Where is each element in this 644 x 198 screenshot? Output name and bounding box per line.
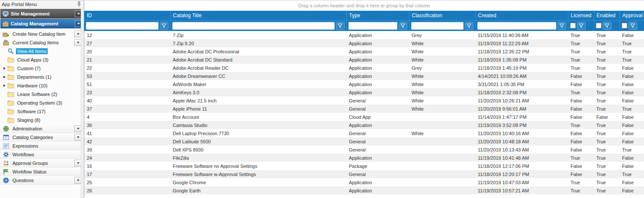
pin-icon[interactable] [76, 1, 82, 7]
cell-enabled: True [594, 162, 620, 170]
sidebar-item-lease-software-2[interactable]: Lease Software (2) [0, 90, 84, 99]
table-row[interactable]: 39Dell XPS 8930General11/20/2019 10:13:4… [84, 145, 644, 154]
filter-cell-type [346, 20, 409, 31]
filter-input-created[interactable] [477, 22, 556, 30]
filter-input-id[interactable] [86, 22, 159, 30]
filter-cell-id [84, 20, 170, 31]
column-header-id[interactable]: ID [84, 11, 170, 20]
filter-funnel-icon[interactable] [629, 22, 637, 30]
group-by-bar[interactable]: Drag a column header and drop it here to… [84, 0, 644, 11]
sidebar-item-approval-groups[interactable]: Approval Groups [0, 159, 84, 167]
cell-type: General [346, 105, 409, 113]
cell-classification: White [409, 105, 475, 113]
table-row[interactable]: 21Adobe Acrobat DC StandardApplicationWh… [84, 56, 644, 64]
sidebar-item-questions[interactable]: ?Questions [0, 176, 84, 185]
table-row[interactable]: 36Camtasia StudioApplication11/19/2019 3… [84, 121, 644, 129]
sidebar-item-label: Staging (8) [16, 117, 42, 123]
cell-created: 11/14/2019 1:47:17 PM [475, 113, 568, 121]
cell-created: 11/19/2019 10:47:03 AM [475, 178, 568, 186]
column-header-approval[interactable]: Approval [620, 11, 644, 20]
table-row[interactable]: 51AdWords MakerApplicationWhite3/31/2021… [84, 80, 644, 88]
sidebar-item-current-catalog-items[interactable]: Current Catalog Items [0, 38, 84, 47]
table-row[interactable]: 16Freeware Software no Approval Settings… [84, 162, 644, 170]
sidebar-item-staging-8[interactable]: Staging (8) [0, 116, 84, 124]
filter-funnel-icon[interactable] [603, 22, 611, 30]
table-row[interactable]: 41Dell Laptop Precision 7730GeneralWhite… [84, 129, 644, 137]
filter-funnel-icon[interactable] [577, 22, 586, 30]
cell-enabled: True [594, 121, 620, 129]
sidebar-item-hardware-10[interactable]: Hardware (10) [0, 81, 84, 90]
cell-classification: White [409, 96, 475, 105]
cell-classification: Grey [409, 31, 475, 39]
table-row[interactable]: 277-Zip 9.20ApplicationWhite11/19/2019 1… [84, 39, 644, 47]
cell-id: 27 [84, 39, 170, 47]
table-row[interactable]: 37Apple iPhone 11GeneralWhite11/20/2019 … [84, 105, 644, 113]
cell-id: 53 [84, 72, 170, 80]
filter-input-classification[interactable] [411, 22, 464, 30]
filter-input-catalog-title[interactable] [172, 22, 335, 30]
filter-checkbox-approval[interactable] [622, 23, 627, 28]
cell-classification [409, 145, 475, 154]
table-row[interactable]: 25Google ChromeApplication11/19/2019 10:… [84, 178, 644, 186]
filter-funnel-icon[interactable] [465, 22, 473, 30]
table-row[interactable]: 20Adobe Acrobat DC ProfessionalApplicati… [84, 47, 644, 56]
expand-arrow-icon[interactable] [2, 76, 7, 78]
sidebar-item-create-new-catalog-item[interactable]: Create New Catalog Item [0, 30, 84, 38]
sidebar-item-catalog-categories[interactable]: Catalog Categories [0, 133, 84, 142]
filter-funnel-icon[interactable] [558, 22, 566, 30]
cell-classification [409, 162, 475, 170]
column-header-classification[interactable]: Classification [409, 11, 475, 20]
sidebar-item-view-all-items[interactable]: View All Items [0, 47, 84, 56]
expand-arrow-icon[interactable] [2, 67, 7, 70]
cell-id: 39 [84, 145, 170, 154]
cell-catalog-title: Adobe Dreamweaver CC [170, 72, 346, 80]
column-header-licensed[interactable]: Licensed [568, 11, 594, 20]
filter-funnel-icon[interactable] [160, 22, 168, 30]
cell-licensed: True [568, 154, 594, 162]
cell-enabled: True [594, 178, 620, 186]
table-row[interactable]: 26Google EarthApplication11/19/2019 10:5… [84, 186, 644, 195]
table-row[interactable]: 22Adobe Acrobat Reader DCApplicationGrey… [84, 64, 644, 72]
filter-checkbox-enabled[interactable] [596, 23, 601, 28]
filter-funnel-icon[interactable] [399, 22, 407, 30]
sidebar-title: App Portal Menu [2, 2, 37, 7]
cell-catalog-title: Freeware Software w-Approval Settings [170, 170, 346, 178]
sidebar-item-workflows[interactable]: Workflows [0, 150, 84, 159]
filter-funnel-icon[interactable] [336, 22, 345, 30]
sidebar-item-expressions[interactable]: Expressions [0, 142, 84, 150]
sidebar-item-operating-system-3[interactable]: Operating System (3) [0, 99, 84, 107]
sidebar-item-administration[interactable]: Administration [0, 124, 84, 133]
filter-input-type[interactable] [348, 22, 397, 30]
sidebar-item-software-17[interactable]: Software (17) [0, 107, 84, 116]
section-catalog-management[interactable]: Catalog Management [0, 19, 83, 28]
table-row[interactable]: 4Box AccountCloud App11/14/2019 1:47:17 … [84, 113, 644, 121]
table-row[interactable]: 17Freeware Software w-Approval SettingsG… [84, 170, 644, 178]
column-header-catalog-title[interactable]: Catalog Title [170, 11, 346, 20]
section-site-management[interactable]: Site Management [0, 9, 83, 19]
table-row[interactable]: 23AimKeys 3.0ApplicationWhite11/18/2019 … [84, 88, 644, 96]
cell-catalog-title: Freeware Software no Approval Settings [170, 162, 346, 170]
expand-arrow-icon[interactable] [2, 84, 7, 87]
column-header-created[interactable]: Created [475, 11, 568, 20]
cell-type: Application [346, 47, 409, 56]
cell-type: Application [346, 31, 409, 39]
table-row[interactable]: 42Dell Latitude 5500General11/20/2019 10… [84, 137, 644, 145]
table-row[interactable]: 53Adobe Dreamweaver CCApplicationWhite4/… [84, 72, 644, 80]
sidebar-scrollbar[interactable] [81, 9, 83, 198]
sidebar-item-label: Operating System (3) [16, 100, 64, 106]
sidebar-item-cloud-apps-3[interactable]: Cloud Apps (3) [0, 56, 84, 64]
sidebar-item-custom-7[interactable]: Custom (7) [0, 64, 84, 73]
table-row[interactable]: 40Apple iMac 21.5 inchGeneralWhite11/20/… [84, 96, 644, 105]
filter-checkbox-licensed[interactable] [570, 23, 576, 28]
column-header-enabled[interactable]: Enabled [594, 11, 620, 20]
cell-created: 11/20/2019 10:13:43 AM [475, 145, 568, 154]
sidebar-item-departments-1[interactable]: Departments (1) [0, 73, 84, 81]
cell-id: 23 [84, 88, 170, 96]
cell-id: 17 [84, 170, 170, 178]
table-row[interactable]: 127-ZipApplicationGrey11/15/2019 11:40:3… [84, 31, 644, 39]
table-row[interactable]: 24FileZillaApplication11/19/2019 10:41:4… [84, 154, 644, 162]
column-header-type[interactable]: Type [346, 11, 409, 20]
sidebar-item-workflow-status[interactable]: Workflow Status [0, 167, 84, 176]
cell-classification [409, 154, 475, 162]
sidebar-item-label: Current Catalog Items [11, 40, 60, 46]
